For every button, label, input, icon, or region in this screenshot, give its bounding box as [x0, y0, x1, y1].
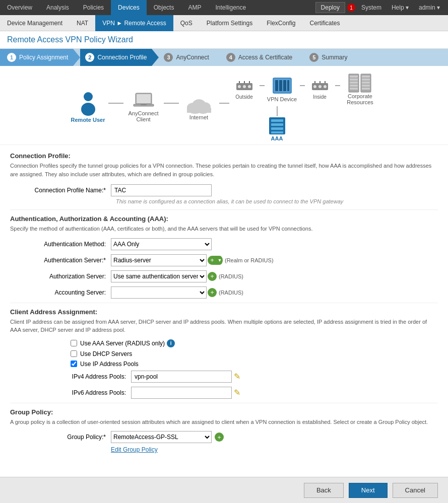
svg-point-26: [318, 85, 322, 88]
svg-rect-38: [362, 76, 370, 78]
nav-analysis[interactable]: Analysis: [39, 0, 76, 15]
svg-rect-44: [271, 119, 283, 122]
step-3-label: AnyConnect: [176, 54, 209, 61]
diagram-inside: Inside: [305, 79, 335, 100]
profile-name-row: Connection Profile Name:*: [10, 184, 438, 196]
info-icon[interactable]: i: [167, 339, 175, 347]
next-button[interactable]: Next: [349, 483, 388, 498]
aaa-section: Authentication, Authorization & Accounti…: [10, 215, 438, 299]
nav-devices[interactable]: Devices: [111, 0, 147, 15]
cloud-icon: [184, 94, 214, 114]
deploy-button[interactable]: Deploy: [315, 2, 345, 13]
back-button[interactable]: Back: [304, 483, 344, 498]
nav-system[interactable]: System: [357, 4, 386, 11]
nav-intelligence[interactable]: Intelligence: [208, 0, 253, 15]
checkbox-aaa[interactable]: [71, 340, 77, 346]
wizard-step-1[interactable]: 1 Policy Assignment: [0, 49, 73, 66]
vpn-device-label: VPN Device: [267, 96, 297, 102]
svg-rect-39: [362, 79, 370, 81]
checkbox-ip-pools[interactable]: [71, 361, 77, 367]
server-rack-icon: [348, 73, 373, 93]
auth-method-row: Authentication Method: AAA Only Certific…: [10, 238, 438, 250]
aaa-label: AAA: [271, 135, 283, 141]
pencil-icon-ipv6[interactable]: ✎: [234, 388, 240, 397]
aaa-server-icon: [267, 116, 287, 135]
wizard-steps: 1 Policy Assignment 2 Connection Profile…: [0, 49, 448, 66]
svg-rect-20: [275, 80, 278, 91]
outside-label: Outside: [235, 94, 252, 100]
firewall-icon: [271, 76, 293, 96]
auth-server-add-dropdown[interactable]: + ▼: [208, 256, 223, 265]
group-policy-section: Group Policy: A group policy is a collec…: [10, 408, 438, 454]
svg-point-15: [248, 85, 251, 88]
diagram-line-1: [108, 103, 123, 104]
aaa-title: Authentication, Authorization & Accounti…: [10, 215, 438, 223]
profile-name-input[interactable]: [111, 184, 212, 196]
step-5-num: 5: [309, 53, 318, 62]
internet-label: Internet: [189, 114, 208, 120]
subnav-device-management[interactable]: Device Management: [0, 15, 70, 31]
group-policy-label: Group Policy:*: [10, 434, 111, 441]
subnav-platform-settings[interactable]: Platform Settings: [200, 15, 260, 31]
nav-help[interactable]: Help ▾: [388, 4, 413, 11]
switch-icon: [235, 79, 253, 94]
wizard-step-5[interactable]: 5 Summary: [304, 49, 352, 66]
step-3-num: 3: [164, 53, 173, 62]
svg-rect-23: [287, 80, 289, 91]
subnav-nat[interactable]: NAT: [70, 15, 95, 31]
subnav-flexconfig[interactable]: FlexConfig: [260, 15, 302, 31]
ipv6-input[interactable]: [131, 387, 232, 399]
svg-point-14: [243, 85, 246, 88]
nav-amp[interactable]: AMP: [181, 0, 208, 15]
step-2-label: Connection Profile: [97, 54, 147, 61]
svg-rect-3: [137, 94, 151, 103]
checkbox-dhcp-label: Use DHCP Servers: [80, 350, 132, 357]
svg-rect-34: [350, 82, 358, 84]
pencil-icon-ipv4[interactable]: ✎: [234, 372, 240, 381]
connection-profile-desc: Connection Profiles specify the tunnel g…: [10, 162, 438, 178]
wizard-step-4[interactable]: 4 Access & Certificate: [221, 49, 297, 66]
wizard-step-2[interactable]: 2 Connection Profile: [80, 49, 152, 66]
checkbox-ip-pools-row: Use IP Address Pools: [71, 361, 438, 368]
acct-server-select[interactable]: [111, 286, 207, 299]
svg-rect-11: [187, 108, 211, 113]
auth-method-label: Authentication Method:: [10, 241, 111, 248]
svg-rect-22: [283, 80, 286, 91]
nav-objects[interactable]: Objects: [147, 0, 181, 15]
anyconnect-label: AnyConnect Client: [123, 110, 164, 122]
checkbox-dhcp[interactable]: [71, 350, 77, 357]
svg-point-1: [81, 103, 95, 116]
auth-server-row: Authentication Server:* Radius-server + …: [10, 254, 438, 266]
cancel-button[interactable]: Cancel: [393, 483, 438, 498]
nav-policies[interactable]: Policies: [76, 0, 111, 15]
acct-server-add[interactable]: +: [208, 288, 217, 297]
edit-group-policy-link[interactable]: Edit Group Policy: [111, 446, 438, 453]
authz-server-select[interactable]: Use same authentication server: [111, 270, 207, 282]
main-form: Connection Profile: Connection Profiles …: [0, 145, 448, 493]
ipv4-label: IPv4 Address Pools:: [30, 373, 131, 380]
subnav-vpn-remote-access[interactable]: VPN ► Remote Access: [95, 15, 173, 31]
subnav-certificates[interactable]: Certificates: [303, 15, 347, 31]
person-icon: [78, 92, 98, 117]
diagram-line-3: [219, 103, 229, 104]
wizard-step-3[interactable]: 3 AnyConnect: [159, 49, 214, 66]
ipv4-input[interactable]: [131, 371, 232, 383]
auth-method-select[interactable]: AAA Only Certificate Only AAA & Certific…: [111, 238, 212, 250]
subnav-qos[interactable]: QoS: [173, 15, 200, 31]
nav-overview[interactable]: Overview: [0, 0, 39, 15]
svg-point-13: [238, 85, 241, 88]
svg-rect-40: [362, 82, 370, 84]
profile-name-label: Connection Profile Name:*: [10, 187, 111, 194]
auth-server-select[interactable]: Radius-server: [111, 254, 207, 266]
group-policy-select[interactable]: RemoteAccess-GP-SSL: [111, 431, 212, 443]
authz-server-add[interactable]: +: [208, 272, 217, 281]
diagram-vpn-device: VPN Device: [265, 76, 300, 102]
divider-2: [10, 303, 438, 303]
acct-server-label: Accounting Server:: [10, 289, 111, 296]
alert-badge: 1: [347, 4, 355, 12]
connection-profile-title: Connection Profile:: [10, 152, 438, 160]
checkbox-aaa-row: Use AAA Server (RADIUS only) i: [71, 339, 438, 347]
group-policy-add[interactable]: +: [215, 433, 224, 442]
nav-user[interactable]: admin ▾: [415, 4, 444, 11]
svg-rect-45: [271, 123, 283, 126]
